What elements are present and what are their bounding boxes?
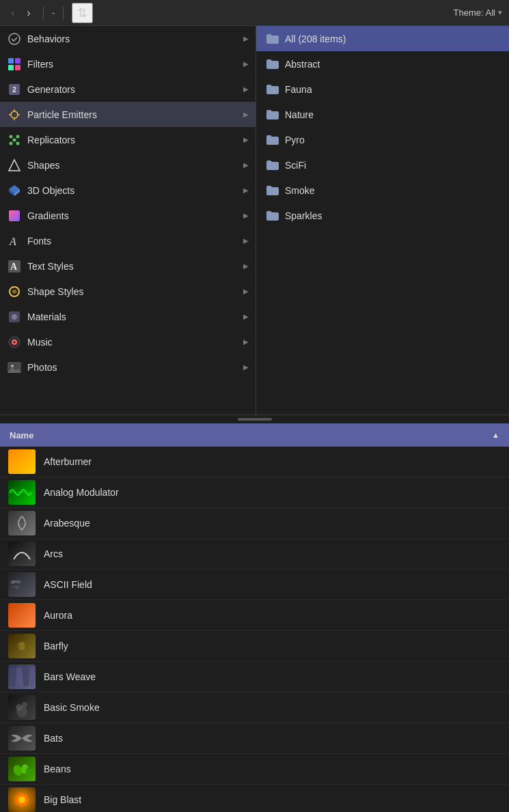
sidebar-item-shape-styles[interactable]: Shape Styles ▶ (0, 279, 256, 304)
arrow-icon-text-styles: ▶ (243, 262, 249, 270)
folder-item-abstract[interactable]: Abstract (256, 51, 509, 76)
folder-label-sparkles: Sparkles (285, 210, 322, 221)
theme-selector[interactable]: Theme: All ▾ (454, 8, 502, 18)
sidebar-item-text-styles[interactable]: A Text Styles ▶ (0, 253, 256, 279)
svg-point-14 (10, 141, 13, 145)
folder-item-scifi[interactable]: SciFi (256, 152, 509, 178)
arrow-icon-generators: ▶ (243, 85, 249, 93)
sidebar-label-filters: Filters (27, 59, 243, 70)
svg-text:A: A (10, 262, 18, 272)
arrow-icon-behaviors: ▶ (243, 35, 249, 42)
svg-rect-42 (23, 667, 29, 686)
particle-emitters-icon (7, 107, 22, 122)
behaviors-icon (7, 31, 22, 46)
folder-item-smoke[interactable]: Smoke (256, 178, 509, 203)
svg-text:2: 2 (12, 86, 16, 94)
list-item-name-beans: Beans (44, 764, 71, 774)
svg-point-46 (22, 702, 27, 708)
sidebar-item-filters[interactable]: Filters ▶ (0, 51, 256, 76)
list-item-name-big-blast: Big Blast (44, 794, 81, 805)
sidebar-item-particle-emitters[interactable]: Particle Emitters ▶ (0, 102, 256, 127)
stepper-button[interactable]: ⇅ (72, 3, 93, 23)
sidebar-item-gradients[interactable]: Gradients ▶ (0, 203, 256, 228)
svg-point-13 (16, 135, 20, 138)
thumb-barfly (8, 634, 36, 658)
split-panel: Behaviors ▶ Filters ▶ 2 (0, 26, 509, 415)
folder-icon-nature (266, 109, 279, 120)
folder-icon-sparkles (266, 210, 279, 221)
sidebar-item-generators[interactable]: 2 Generators ▶ (0, 76, 256, 102)
scroll-handle[interactable] (238, 418, 272, 421)
list-item-aurora[interactable]: Aurora (0, 600, 509, 631)
list-item-big-blast[interactable]: Big Blast (0, 785, 509, 812)
arrow-icon-3d-objects: ▶ (243, 186, 249, 194)
svg-marker-17 (9, 160, 20, 171)
arrow-icon-photos: ▶ (243, 363, 249, 371)
list-item-bars-weave[interactable]: Bars Weave (0, 662, 509, 692)
sidebar-item-replicators[interactable]: Replicators ▶ (0, 127, 256, 152)
folder-item-fauna[interactable]: Fauna (256, 76, 509, 102)
svg-point-12 (10, 135, 13, 138)
sidebar-item-shapes[interactable]: Shapes ▶ (0, 152, 256, 178)
photos-icon (7, 360, 22, 375)
svg-point-45 (16, 704, 23, 711)
folder-item-nature[interactable]: Nature (256, 102, 509, 127)
list-item-afterburner[interactable]: Afterburner (0, 447, 509, 477)
svg-text:A: A (9, 236, 16, 247)
list-item-beans[interactable]: Beans (0, 754, 509, 785)
list-item-basic-smoke[interactable]: Basic Smoke (0, 692, 509, 723)
sidebar-item-materials[interactable]: Materials ▶ (0, 304, 256, 329)
separator (43, 7, 44, 19)
svg-point-51 (18, 796, 25, 803)
list-item-name-barfly: Barfly (44, 641, 68, 652)
list-item-name-bars-weave: Bars Weave (44, 671, 96, 682)
replicators-icon (7, 132, 22, 148)
list-item-analog-modulator[interactable]: Analog Modulator (0, 477, 509, 508)
folder-item-all[interactable]: All (208 items) (256, 26, 509, 51)
arrow-icon-fonts: ▶ (243, 237, 249, 244)
sidebar-label-photos: Photos (27, 362, 243, 373)
filters-icon (7, 57, 22, 72)
sidebar-item-music[interactable]: Music ▶ (0, 329, 256, 354)
sidebar-item-3d-objects[interactable]: 3D Objects ▶ (0, 178, 256, 203)
sidebar-item-photos[interactable]: Photos ▶ (0, 354, 256, 380)
shapes-icon (7, 158, 22, 173)
thumb-aurora (8, 603, 36, 628)
svg-point-32 (11, 365, 14, 367)
svg-rect-3 (8, 65, 14, 70)
sidebar-label-3d-objects: 3D Objects (27, 185, 243, 196)
sidebar-item-behaviors[interactable]: Behaviors ▶ (0, 26, 256, 51)
sidebar-label-shape-styles: Shape Styles (27, 286, 243, 297)
svg-rect-1 (8, 58, 14, 64)
sidebar-item-fonts[interactable]: A Fonts ▶ (0, 228, 256, 253)
sidebar-label-gradients: Gradients (27, 210, 243, 221)
list-item-arabesque[interactable]: Arabesque (0, 508, 509, 539)
folder-icon-scifi (266, 160, 279, 171)
list-item-name-basic-smoke: Basic Smoke (44, 702, 100, 713)
arrow-icon-particle-emitters: ▶ (243, 111, 249, 118)
forward-button[interactable]: › (23, 5, 34, 20)
list-item-ascii-field[interactable]: @#$%!*&^ ASCII Field (0, 570, 509, 600)
folder-label-scifi: SciFi (285, 160, 306, 171)
folder-label-abstract: Abstract (285, 59, 320, 70)
sidebar-label-materials: Materials (27, 311, 243, 322)
list-item-bats[interactable]: Bats (0, 723, 509, 754)
list-item-barfly[interactable]: Barfly (0, 631, 509, 662)
svg-point-16 (13, 138, 16, 141)
thumb-big-blast (8, 787, 36, 812)
back-button[interactable]: ‹ (7, 5, 18, 20)
list-item-arcs[interactable]: Arcs (0, 539, 509, 570)
folder-item-sparkles[interactable]: Sparkles (256, 203, 509, 228)
sidebar-label-behaviors: Behaviors (27, 33, 243, 44)
separator-label: - (52, 8, 55, 18)
folder-label-smoke: Smoke (285, 185, 315, 196)
list-header[interactable]: Name ▲ (0, 423, 509, 447)
folder-item-pyro[interactable]: Pyro (256, 127, 509, 152)
scroll-indicator (0, 415, 509, 423)
svg-rect-21 (9, 210, 20, 221)
sidebar-label-text-styles: Text Styles (27, 261, 243, 272)
theme-label: Theme: All (454, 8, 495, 18)
list-item-name-arabesque: Arabesque (44, 518, 90, 529)
arrow-icon-music: ▶ (243, 338, 249, 346)
folder-icon-pyro (266, 135, 279, 145)
